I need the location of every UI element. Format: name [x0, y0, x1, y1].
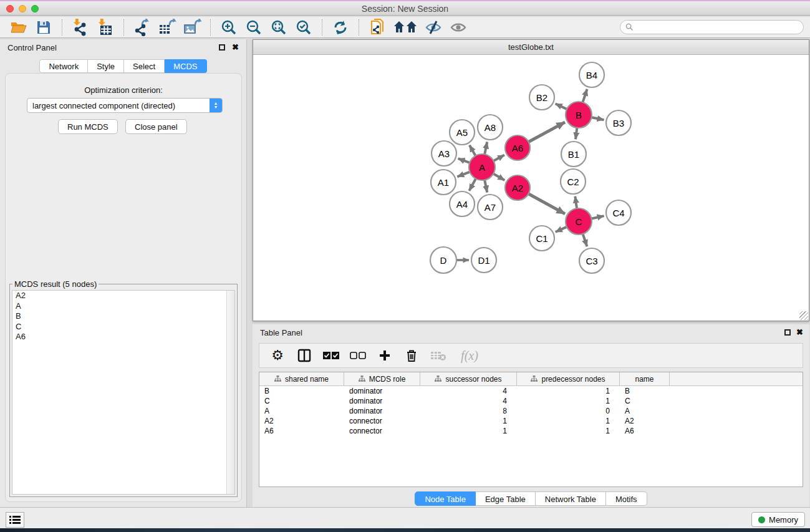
graph-node-C2[interactable]: C2 — [561, 169, 586, 194]
result-scrollbar[interactable] — [226, 291, 234, 494]
export-table-icon[interactable] — [157, 18, 177, 37]
import-network-icon[interactable] — [70, 18, 90, 37]
mcds-result-item[interactable]: A2 — [12, 291, 234, 301]
column-header-MCDS-role[interactable]: MCDS role — [344, 372, 420, 385]
import-table-icon[interactable] — [95, 18, 115, 37]
graph-node-A4[interactable]: A4 — [450, 191, 475, 216]
zoom-selected-icon[interactable] — [294, 18, 314, 37]
graph-node-A8[interactable]: A8 — [478, 115, 503, 140]
deselect-all-rows-icon[interactable] — [349, 346, 367, 365]
table-row[interactable]: Bdominator41B — [259, 386, 803, 396]
zoom-in-icon[interactable] — [219, 18, 239, 37]
tab-motifs[interactable]: Motifs — [606, 491, 647, 506]
table-row[interactable]: A2connector11A2 — [259, 416, 803, 426]
graph-node-D[interactable]: D — [430, 247, 456, 273]
float-table-panel-icon[interactable] — [784, 329, 791, 336]
tab-network[interactable]: Network — [39, 59, 88, 73]
mcds-result-item[interactable]: A — [12, 301, 234, 312]
graph-node-A6[interactable]: A6 — [505, 135, 530, 160]
graph-node-B1[interactable]: B1 — [561, 142, 586, 167]
optimization-criterion-dropdown[interactable]: largest connected component (directed) ▲… — [27, 98, 223, 113]
memory-button[interactable]: Memory — [751, 512, 805, 527]
table-settings-icon[interactable]: ⚙ — [268, 346, 287, 365]
float-panel-icon[interactable] — [219, 44, 225, 51]
graph-edge-A-A4[interactable] — [469, 178, 476, 191]
select-all-rows-icon[interactable] — [322, 346, 340, 365]
mcds-result-item[interactable]: B — [12, 311, 234, 322]
graph-node-A[interactable]: A — [469, 154, 495, 180]
graph-node-A2[interactable]: A2 — [505, 175, 530, 200]
graph-node-C3[interactable]: C3 — [579, 248, 604, 273]
network-window-titlebar[interactable]: testGlobe.txt — [253, 40, 809, 55]
tab-edge-table[interactable]: Edge Table — [476, 491, 536, 506]
graph-edge-A-A1[interactable] — [457, 172, 471, 177]
close-table-panel-icon[interactable]: ✖ — [796, 327, 803, 337]
graph-node-C4[interactable]: C4 — [606, 200, 631, 225]
search-input[interactable] — [637, 23, 803, 32]
close-panel-icon[interactable]: ✖ — [232, 42, 239, 52]
graph-node-A1[interactable]: A1 — [431, 170, 456, 195]
zoom-fit-icon[interactable] — [269, 18, 289, 37]
graph-node-B2[interactable]: B2 — [529, 85, 554, 110]
graph-node-A5[interactable]: A5 — [450, 120, 475, 145]
graph-edge-C-C3[interactable] — [582, 233, 587, 246]
graph-node-A3[interactable]: A3 — [432, 141, 456, 166]
graph-edge-A-A5[interactable] — [470, 145, 476, 157]
search-box[interactable] — [620, 20, 804, 34]
create-column-icon[interactable] — [375, 346, 394, 365]
column-visibility-icon[interactable] — [295, 346, 314, 365]
graph-edge-A2-C[interactable] — [528, 193, 565, 214]
node-table[interactable]: shared nameMCDS rolesuccessor nodesprede… — [259, 372, 803, 487]
column-header-predecessor-nodes[interactable]: predecessor nodes — [517, 372, 620, 385]
tab-node-table[interactable]: Node Table — [415, 491, 476, 506]
mcds-result-item[interactable]: C — [12, 322, 234, 332]
function-builder-icon[interactable]: f(x) — [456, 346, 483, 365]
network-canvas[interactable]: B4B2BB3B1A5A8A3A6AA1A4A7A2C2CC4C1C3DD1 — [253, 55, 809, 321]
column-header-successor-nodes[interactable]: successor nodes — [420, 372, 517, 385]
graph-node-B[interactable]: B — [566, 102, 592, 128]
graph-edge-B-B3[interactable] — [591, 117, 604, 120]
graph-node-C[interactable]: C — [566, 208, 592, 235]
table-row[interactable]: Adominator80A — [259, 406, 803, 416]
delete-column-icon[interactable] — [402, 346, 421, 365]
window-resize-grip[interactable] — [799, 311, 808, 320]
graph-edge-C-C1[interactable] — [556, 226, 568, 232]
column-header-shared-name[interactable]: shared name — [259, 372, 344, 385]
open-session-icon[interactable] — [9, 18, 29, 37]
graph-edge-B-B4[interactable] — [582, 89, 587, 104]
task-history-button[interactable] — [6, 512, 24, 528]
graph-edge-B-B2[interactable] — [556, 104, 568, 110]
export-image-icon[interactable] — [182, 18, 202, 37]
export-network-icon[interactable] — [132, 18, 152, 37]
table-row[interactable]: Cdominator41C — [259, 396, 803, 406]
graph-node-C1[interactable]: C1 — [529, 226, 554, 251]
show-all-icon[interactable] — [448, 18, 468, 37]
tab-mcds[interactable]: MCDS — [165, 59, 206, 73]
first-neighbors-icon[interactable] — [392, 18, 418, 37]
graph-node-D1[interactable]: D1 — [471, 248, 496, 273]
graph-edge-A-A7[interactable] — [485, 179, 487, 193]
run-mcds-button[interactable]: Run MCDS — [58, 119, 118, 134]
mcds-result-item[interactable]: A6 — [12, 332, 234, 342]
tab-style[interactable]: Style — [88, 59, 124, 73]
graph-node-B4[interactable]: B4 — [579, 62, 604, 87]
graph-node-A7[interactable]: A7 — [478, 195, 503, 220]
hide-selection-icon[interactable] — [423, 18, 443, 37]
tab-network-table[interactable]: Network Table — [536, 491, 606, 506]
graph-edge-A-A8[interactable] — [485, 142, 487, 156]
graph-edge-A-A6[interactable] — [493, 155, 504, 161]
mcds-result-list[interactable]: A2ABCA6 — [12, 290, 235, 495]
column-header-name[interactable]: name — [620, 372, 670, 385]
refresh-icon[interactable] — [330, 18, 350, 37]
graph-edge-C-C2[interactable] — [575, 196, 577, 210]
tab-select[interactable]: Select — [124, 59, 165, 73]
close-panel-button[interactable]: Close panel — [125, 119, 187, 134]
graph-edge-C-C4[interactable] — [591, 216, 604, 219]
graph-edge-A6-B[interactable] — [528, 122, 565, 143]
new-network-from-selection-icon[interactable] — [367, 18, 387, 37]
graph-edge-A-A2[interactable] — [492, 173, 504, 180]
zoom-out-icon[interactable] — [244, 18, 264, 37]
graph-node-B3[interactable]: B3 — [606, 110, 631, 135]
delete-table-icon[interactable] — [429, 346, 448, 365]
table-row[interactable]: A6connector11A6 — [259, 426, 803, 436]
